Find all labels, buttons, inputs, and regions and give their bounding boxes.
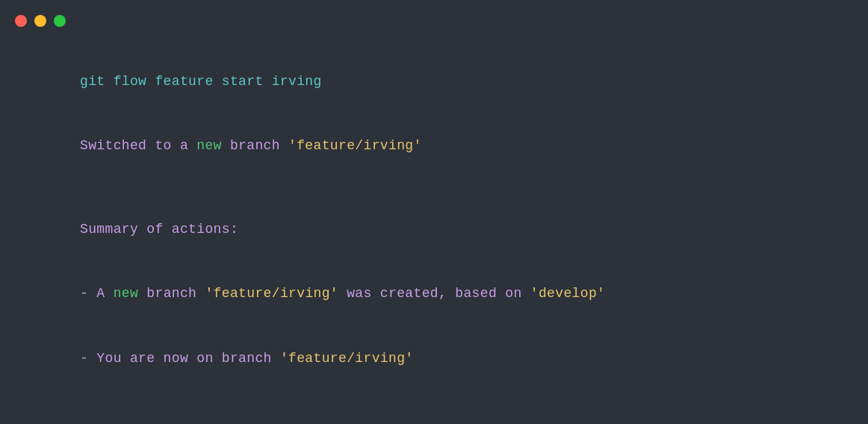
switched-text-2: branch bbox=[222, 138, 288, 153]
command-text: git flow feature start irving bbox=[80, 74, 322, 89]
terminal-content: git flow feature start irving Switched t… bbox=[0, 42, 868, 424]
title-bar bbox=[0, 15, 868, 42]
summary-header: Summary of actions: bbox=[30, 197, 838, 261]
blank-line-1 bbox=[30, 178, 838, 197]
summary-text: Summary of actions: bbox=[80, 222, 238, 237]
switched-line: Switched to a new branch 'feature/irving… bbox=[30, 113, 838, 178]
maximize-button[interactable] bbox=[54, 15, 66, 27]
action-line-1: - A new branch 'feature/irving' was crea… bbox=[30, 261, 838, 325]
action1-develop: 'develop' bbox=[530, 286, 605, 301]
command-line: git flow feature start irving bbox=[30, 49, 838, 113]
action1-text3: was created, based on bbox=[338, 286, 530, 301]
action1-text2: branch bbox=[138, 286, 205, 301]
switched-branch-name: 'feature/irving' bbox=[288, 138, 422, 153]
switched-new: new bbox=[196, 138, 222, 153]
terminal-window: git flow feature start irving Switched t… bbox=[0, 0, 868, 424]
action-line-2: - You are now on branch 'feature/irving' bbox=[30, 326, 838, 390]
switched-text-1: Switched to a bbox=[80, 138, 196, 153]
action1-branch: 'feature/irving' bbox=[205, 286, 338, 301]
action1-new: new bbox=[114, 286, 139, 301]
action2-branch: 'feature/irving' bbox=[280, 351, 414, 366]
blank-line-2 bbox=[30, 390, 838, 409]
action1-text1: - A bbox=[80, 286, 114, 301]
close-button[interactable] bbox=[15, 15, 27, 27]
now-line: Now, start committing on your feature. W… bbox=[30, 409, 838, 424]
action2-text1: - You are now on branch bbox=[80, 351, 280, 366]
minimize-button[interactable] bbox=[34, 15, 46, 27]
